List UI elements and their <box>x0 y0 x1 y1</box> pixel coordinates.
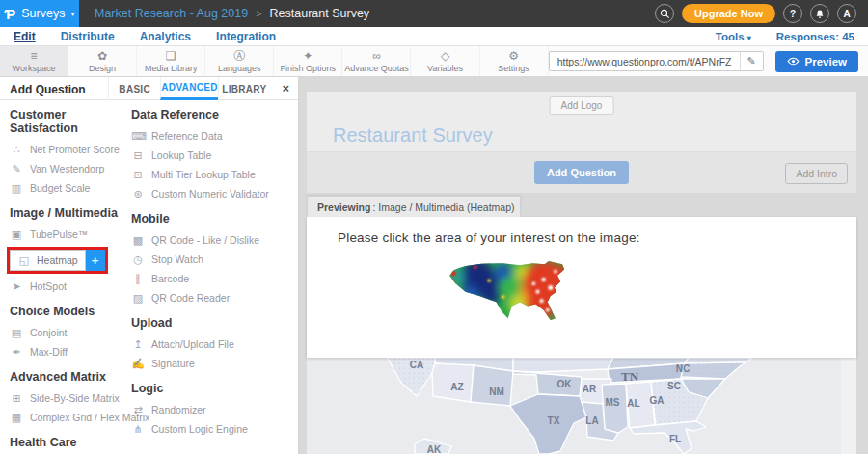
usa-states-map: CA AZ NM OK AR TN NC SC MS AL GA TX LA F… <box>307 358 856 454</box>
heatmap-question-preview: Please click the area of your interest o… <box>307 217 856 358</box>
stacked-table-icon: ⊡ <box>131 169 145 181</box>
usa-heatmap-image[interactable] <box>446 260 594 334</box>
table-icon: ⊟ <box>131 149 145 162</box>
product-menu[interactable]: Ƥ Surveys ▾ <box>0 0 79 27</box>
nav-item-integration[interactable]: Integration <box>216 30 276 43</box>
tab-advanced[interactable]: ADVANCED <box>160 77 217 100</box>
question-text: Please click the area of your interest o… <box>338 230 640 245</box>
qtype-randomizer[interactable]: ⇄ Randomizer <box>131 400 293 419</box>
section-data-reference: Data Reference <box>131 108 293 121</box>
editor-toolbar: ≡ Workspace ✿ Design ❏ Media Library Ⓐ L… <box>0 46 868 77</box>
qtype-lookup-table[interactable]: ⊟ Lookup Table <box>131 146 293 165</box>
qtype-net-promoter-score[interactable]: ∴ Net Promoter Score <box>10 140 129 159</box>
qtype-custom-numeric-validator[interactable]: ⊛ Custom Numeric Validator <box>131 184 293 203</box>
state-ms <box>602 384 628 433</box>
edit-url-button[interactable]: ✎ <box>740 52 763 70</box>
state-label: TN <box>621 369 639 384</box>
heatmap-image-icon: ◱ <box>17 254 31 267</box>
branch-icon: ⋔ <box>131 423 145 436</box>
nps-scale-icon: ∴ <box>10 144 23 156</box>
toolbar-item-advance-quotas[interactable]: ∞ Advance Quotas <box>342 46 411 76</box>
tools-menu[interactable]: Tools ▾ <box>716 31 751 42</box>
survey-url-box: https://www.questionpro.com/t/APNrFZ ✎ <box>549 51 764 71</box>
qtype-complex-grid[interactable]: ▦ Complex Grid / Flex Matrix <box>10 408 129 427</box>
toolbar-item-media-library[interactable]: ❏ Media Library <box>137 46 205 76</box>
state-fl <box>630 421 706 454</box>
toolbar-item-variables[interactable]: ◇ Variables <box>411 46 479 76</box>
qtype-stop-watch[interactable]: ◷ Stop Watch <box>131 250 293 269</box>
nav-item-edit[interactable]: Edit <box>14 30 36 43</box>
add-question-header: Add Question BASIC ADVANCED LIBRARY × <box>0 77 298 100</box>
survey-canvas: Add Logo Restaurant Survey Add Question … <box>299 77 868 454</box>
gear-icon: ⚙ <box>508 50 519 62</box>
workspace-icon: ≡ <box>31 50 38 62</box>
question-column-1: Customer Satisfaction ∴ Net Promoter Sco… <box>10 100 129 454</box>
add-intro-button[interactable]: Add Intro <box>785 163 848 184</box>
product-menu-label: Surveys <box>21 7 65 20</box>
keyboard-icon: ⌨ <box>131 130 145 143</box>
qr-code-icon: ▩ <box>131 234 145 247</box>
section-image-multimedia: Image / Multimedia <box>10 206 129 220</box>
cursor-icon: ➤ <box>10 280 23 293</box>
avatar[interactable]: A <box>837 4 856 23</box>
qtype-budget-scale[interactable]: ▥ Budget Scale <box>10 178 129 198</box>
barcode-icon: ∥ <box>131 273 145 285</box>
toolbar-item-settings[interactable]: ⚙ Settings <box>480 46 549 76</box>
state-label: AR <box>583 384 597 394</box>
qtype-tubepulse[interactable]: ▣ TubePulse™ <box>10 225 129 244</box>
nav-item-distribute[interactable]: Distribute <box>61 30 115 43</box>
toolbar-item-design[interactable]: ✿ Design <box>68 46 137 76</box>
qtype-max-diff[interactable]: ✒ Max-Diff <box>10 342 129 361</box>
qtype-van-westendorp[interactable]: ✎ Van Westendorp <box>10 159 129 178</box>
palette-icon: ✿ <box>97 50 107 62</box>
qtype-custom-logic-engine[interactable]: ⋔ Custom Logic Engine <box>131 419 293 439</box>
usa-map-background[interactable]: CA AZ NM OK AR TN NC SC MS AL GA TX LA F… <box>307 358 856 454</box>
nav-item-analytics[interactable]: Analytics <box>140 30 191 43</box>
qtype-conjoint[interactable]: ▤ Conjoint <box>10 323 129 342</box>
pencil-icon: ✎ <box>746 55 755 67</box>
help-button[interactable]: ? <box>783 4 802 23</box>
survey-title[interactable]: Restaurant Survey <box>333 124 493 147</box>
add-heatmap-question-button[interactable]: + <box>86 250 105 271</box>
toolbar-item-languages[interactable]: Ⓐ Languages <box>205 46 274 76</box>
qtype-qr-code-reader[interactable]: ▨ QR Code Reader <box>131 288 293 307</box>
tab-basic[interactable]: BASIC <box>108 77 160 100</box>
state-nc-texture <box>681 362 746 379</box>
state-label: AZ <box>450 382 463 392</box>
question-column-2: Data Reference ⌨ Reference Data ⊟ Lookup… <box>131 100 293 439</box>
qtype-attach-upload-file[interactable]: ↥ Attach/Upload File <box>131 334 293 354</box>
responses-count[interactable]: Responses: 45 <box>776 31 854 42</box>
search-button[interactable] <box>655 4 674 23</box>
close-icon[interactable]: × <box>282 81 289 95</box>
questionpro-logo-icon: Ƥ <box>5 6 16 22</box>
state-label: SC <box>667 381 681 391</box>
scrollbar-track[interactable] <box>841 358 856 454</box>
add-logo-button[interactable]: Add Logo <box>550 96 614 115</box>
state-nm <box>471 365 513 406</box>
qtype-heatmap[interactable]: ◱ Heatmap <box>10 250 86 271</box>
breadcrumb-parent[interactable]: Market Research - Aug 2019 <box>95 7 248 20</box>
qtype-reference-data[interactable]: ⌨ Reference Data <box>131 126 293 146</box>
section-choice-models: Choice Models <box>10 305 129 318</box>
toolbar-item-finish-options[interactable]: ✦ Finish Options <box>274 46 342 76</box>
tab-library[interactable]: LIBRARY <box>218 77 270 100</box>
matrix-grid-icon: ⊞ <box>10 392 23 405</box>
qtype-multi-tier-lookup[interactable]: ⊡ Multi Tier Lookup Table <box>131 165 293 184</box>
preview-button[interactable]: Preview <box>775 51 858 72</box>
qtype-barcode[interactable]: ∥ Barcode <box>131 269 293 288</box>
qtype-qr-like-dislike[interactable]: ▩ QR Code - Like / Dislike <box>131 230 293 250</box>
survey-url[interactable]: https://www.questionpro.com/t/APNrFZ <box>550 56 740 67</box>
top-bar: Ƥ Surveys ▾ Market Research - Aug 2019 >… <box>0 0 868 27</box>
add-question-button[interactable]: Add Question <box>534 161 629 184</box>
toolbar-item-workspace[interactable]: ≡ Workspace <box>0 46 68 76</box>
section-mobile: Mobile <box>131 212 293 226</box>
notifications-button[interactable] <box>810 4 829 23</box>
bell-icon <box>815 9 825 19</box>
qtype-hotspot[interactable]: ➤ HotSpot <box>10 277 129 296</box>
qtype-signature[interactable]: ✍ Signature <box>131 354 293 373</box>
state-label: AL <box>627 398 639 409</box>
qtype-side-by-side-matrix[interactable]: ⊞ Side-By-Side Matrix <box>10 388 129 408</box>
upgrade-now-button[interactable]: Upgrade Now <box>682 4 775 23</box>
qr-scanner-icon: ▨ <box>131 292 145 305</box>
upload-icon: ↥ <box>131 338 145 351</box>
